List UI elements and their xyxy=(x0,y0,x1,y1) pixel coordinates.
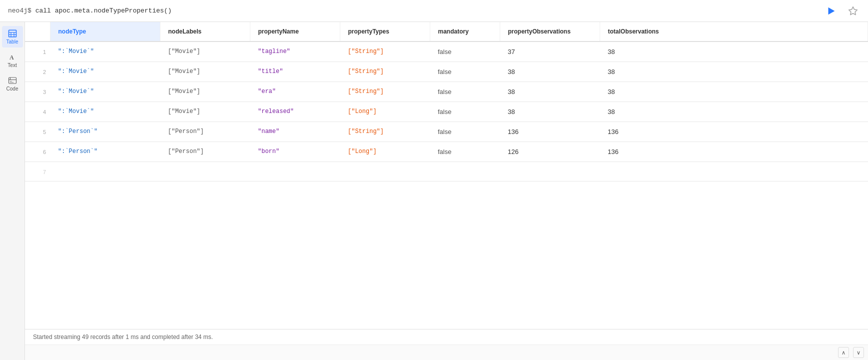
svg-rect-2 xyxy=(8,30,16,37)
text-label: Text xyxy=(7,62,16,68)
cell-nodelabels: ["Movie"] xyxy=(160,82,250,102)
cell-nodetype: ":`Movie`" xyxy=(50,102,160,122)
star-icon xyxy=(848,6,858,16)
cell-mandatory: false xyxy=(430,62,500,82)
table-container[interactable]: nodeType nodeLabels propertyName propert… xyxy=(25,22,868,329)
sidebar-item-text[interactable]: A Text xyxy=(2,50,23,71)
top-bar-actions xyxy=(824,4,860,18)
table-row: 3 ":`Movie`" ["Movie"] "era" ["String"] … xyxy=(25,82,868,102)
col-nodelabels-header[interactable]: nodeLabels xyxy=(160,22,250,42)
cell-nodetype: ":`Movie`" xyxy=(50,82,160,102)
cell-mandatory: false xyxy=(430,142,500,162)
text-icon: A xyxy=(8,52,17,62)
cell-totalobservations: 38 xyxy=(600,102,868,122)
cell-totalobservations: 136 xyxy=(600,142,868,162)
cell-nodelabels: ["Person"] xyxy=(160,142,250,162)
cell-propertytypes: ["Long"] xyxy=(340,102,430,122)
cell-totalobservations: 38 xyxy=(600,62,868,82)
status-text: Started streaming 49 records after 1 ms … xyxy=(33,334,213,340)
table-header: nodeType nodeLabels propertyName propert… xyxy=(25,22,868,42)
col-nodetype-header[interactable]: nodeType xyxy=(50,22,160,42)
cell-propertytypes: ["String"] xyxy=(340,82,430,102)
row-number: 5 xyxy=(25,122,50,142)
sidebar-item-table[interactable]: Table xyxy=(2,26,23,48)
cell-mandatory: false xyxy=(430,122,500,142)
top-bar: neo4j$ call apoc.meta.nodeTypeProperties… xyxy=(0,0,868,22)
table-row: 5 ":`Person`" ["Person"] "name" ["String… xyxy=(25,122,868,142)
col-propertyname-header[interactable]: propertyName xyxy=(250,22,340,42)
cell-mandatory: false xyxy=(430,102,500,122)
cell-propertytypes: ["String"] xyxy=(340,62,430,82)
table-row: 6 ":`Person`" ["Person"] "born" ["Long"]… xyxy=(25,142,868,162)
cell-mandatory: false xyxy=(430,42,500,62)
cell-nodetype: ":`Person`" xyxy=(50,122,160,142)
col-rownum-header xyxy=(25,22,50,42)
main-content: Table A Text Code xyxy=(0,22,868,360)
cell-propertyname: "tagline" xyxy=(250,42,340,62)
cell-propertyobservations: 38 xyxy=(500,62,600,82)
sidebar-item-code[interactable]: Code xyxy=(2,73,23,94)
row-number-partial: 7 xyxy=(25,162,50,182)
row-number: 6 xyxy=(25,142,50,162)
cell-nodelabels: ["Person"] xyxy=(160,122,250,142)
svg-marker-1 xyxy=(849,6,858,14)
cell-totalobservations: 38 xyxy=(600,42,868,62)
col-totalobservations-header[interactable]: totalObservations xyxy=(600,22,868,42)
row-number: 1 xyxy=(25,42,50,62)
cell-propertytypes: ["String"] xyxy=(340,122,430,142)
cell-propertyobservations: 37 xyxy=(500,42,600,62)
svg-rect-8 xyxy=(8,78,16,84)
table-body: 1 ":`Movie`" ["Movie"] "tagline" ["Strin… xyxy=(25,42,868,182)
table-row-partial: 7 xyxy=(25,162,868,182)
query-text: call apoc.meta.nodeTypeProperties() xyxy=(35,7,172,14)
run-icon xyxy=(826,6,837,16)
neo4j-prompt: neo4j$ xyxy=(8,7,31,14)
scroll-down-button[interactable]: ∨ xyxy=(853,347,864,358)
cell-nodelabels: ["Movie"] xyxy=(160,102,250,122)
table-label: Table xyxy=(6,39,18,44)
cell-propertyname: "released" xyxy=(250,102,340,122)
cell-propertyname: "era" xyxy=(250,82,340,102)
svg-text:A: A xyxy=(9,54,14,61)
col-propertytypes-header[interactable]: propertyTypes xyxy=(340,22,430,42)
row-number: 2 xyxy=(25,62,50,82)
row-number: 4 xyxy=(25,102,50,122)
cell-totalobservations: 38 xyxy=(600,82,868,102)
table-row: 2 ":`Movie`" ["Movie"] "title" ["String"… xyxy=(25,62,868,82)
col-mandatory-header[interactable]: mandatory xyxy=(430,22,500,42)
status-bar: Started streaming 49 records after 1 ms … xyxy=(25,329,868,344)
svg-marker-0 xyxy=(829,7,835,14)
table-row: 1 ":`Movie`" ["Movie"] "tagline" ["Strin… xyxy=(25,42,868,62)
sidebar: Table A Text Code xyxy=(0,22,25,360)
cell-propertytypes: ["String"] xyxy=(340,42,430,62)
cell-propertyname: "born" xyxy=(250,142,340,162)
cell-propertyname: "name" xyxy=(250,122,340,142)
code-label: Code xyxy=(6,86,18,92)
favorite-button[interactable] xyxy=(846,4,860,18)
cell-nodelabels: ["Movie"] xyxy=(160,42,250,62)
scroll-up-button[interactable]: ∧ xyxy=(838,347,849,358)
cell-mandatory: false xyxy=(430,82,500,102)
col-propertyobservations-header[interactable]: propertyObservations xyxy=(500,22,600,42)
scroll-footer: ∧ ∨ xyxy=(25,344,868,360)
query-display: neo4j$ call apoc.meta.nodeTypeProperties… xyxy=(8,7,172,14)
cell-propertyname: "title" xyxy=(250,62,340,82)
row-number: 3 xyxy=(25,82,50,102)
cell-nodelabels: ["Movie"] xyxy=(160,62,250,82)
cell-totalobservations: 136 xyxy=(600,122,868,142)
cell-propertyobservations: 38 xyxy=(500,102,600,122)
cell-propertytypes: ["Long"] xyxy=(340,142,430,162)
table-icon xyxy=(8,29,17,38)
code-icon xyxy=(8,76,17,85)
cell-nodetype: ":`Movie`" xyxy=(50,62,160,82)
results-area: nodeType nodeLabels propertyName propert… xyxy=(25,22,868,360)
table-row: 4 ":`Movie`" ["Movie"] "released" ["Long… xyxy=(25,102,868,122)
cell-propertyobservations: 38 xyxy=(500,82,600,102)
cell-propertyobservations: 126 xyxy=(500,142,600,162)
cell-propertyobservations: 136 xyxy=(500,122,600,142)
results-table: nodeType nodeLabels propertyName propert… xyxy=(25,22,868,182)
cell-nodetype: ":`Movie`" xyxy=(50,42,160,62)
cell-nodetype: ":`Person`" xyxy=(50,142,160,162)
run-button[interactable] xyxy=(824,4,838,18)
